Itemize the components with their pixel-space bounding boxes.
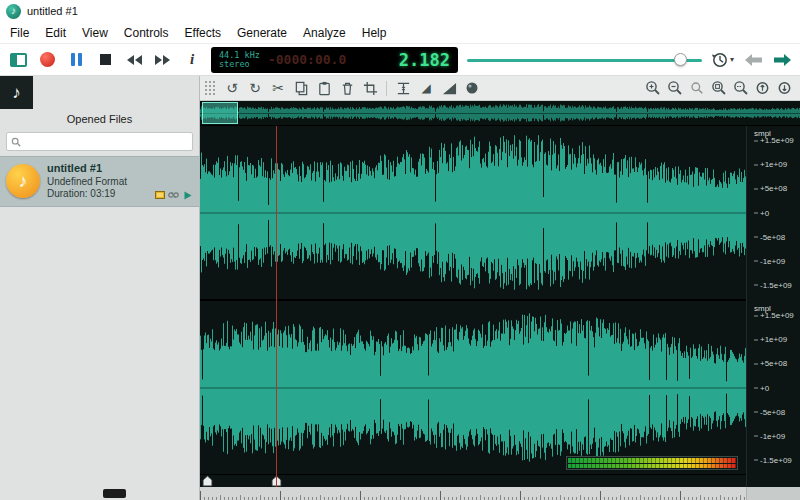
volume-knob[interactable] xyxy=(674,53,687,66)
amplitude-scale[interactable]: smpl+1.5e+09+1e+09+5e+08+0-5e+08-1e+09-1… xyxy=(746,126,800,487)
scale-tick-label: +1e+09 xyxy=(754,160,787,169)
window-title: untitled #1 xyxy=(27,5,78,17)
sidebar-top-row: ♪ xyxy=(0,76,199,109)
history-icon xyxy=(711,51,729,69)
history-control[interactable]: ▾ xyxy=(711,51,734,69)
opened-files-header: Opened Files xyxy=(0,109,199,129)
normalize-button[interactable] xyxy=(439,78,459,98)
zoom-normal-icon xyxy=(689,80,705,96)
volume-track xyxy=(467,59,702,62)
time-ruler[interactable] xyxy=(200,487,746,500)
playback-cursor[interactable] xyxy=(276,126,277,487)
zoom-vertical-in-button[interactable] xyxy=(753,78,773,98)
channel-2-waveform[interactable] xyxy=(200,301,746,474)
trim-icon xyxy=(396,81,411,96)
level-meter-left xyxy=(568,458,736,463)
scale-tick-label: -1e+09 xyxy=(754,431,785,440)
zoom-in-button[interactable] xyxy=(643,78,663,98)
time-ruler-row xyxy=(200,487,800,500)
scale-tick-label: -1.5e+09 xyxy=(754,455,792,464)
nav-forward-button[interactable] xyxy=(772,50,792,70)
scale-tick-label: +5e+08 xyxy=(754,184,787,193)
file-search-box[interactable] xyxy=(6,132,193,151)
trim-button[interactable] xyxy=(393,78,413,98)
normalize-icon xyxy=(442,81,457,96)
level-meter xyxy=(566,456,738,470)
copy-button[interactable] xyxy=(291,78,311,98)
effects-button[interactable] xyxy=(462,78,482,98)
volume-slider[interactable] xyxy=(467,50,702,70)
sidebar-scrollbar-thumb[interactable] xyxy=(103,489,126,498)
record-button[interactable] xyxy=(37,50,57,70)
sidebar-panel-icon xyxy=(10,53,27,67)
menu-effects[interactable]: Effects xyxy=(177,23,229,43)
menu-view[interactable]: View xyxy=(74,23,116,43)
scissors-icon: ✂ xyxy=(272,81,284,95)
menu-file[interactable]: File xyxy=(2,23,37,43)
waveform-panel: ↺ ↻ ✂ ◢ xyxy=(200,76,800,500)
scale-tick-label: -1.5e+09 xyxy=(754,280,792,289)
rewind-icon xyxy=(126,54,142,66)
zoom-out-icon xyxy=(667,80,683,96)
waveform-channels xyxy=(200,126,746,474)
scale-tick-label: +1.5e+09 xyxy=(754,311,794,320)
info-icon: i xyxy=(190,51,194,68)
fade-button[interactable]: ◢ xyxy=(416,78,436,98)
fast-forward-button[interactable] xyxy=(153,50,173,70)
menu-help[interactable]: Help xyxy=(354,23,395,43)
menu-analyze[interactable]: Analyze xyxy=(295,23,354,43)
file-list-empty-area xyxy=(0,207,199,500)
fade-icon: ◢ xyxy=(421,82,430,94)
rewind-button[interactable] xyxy=(124,50,144,70)
opened-files-panel: ♪ Opened Files ♪ untitled #1 Undefined F… xyxy=(0,76,200,500)
overview-strip[interactable] xyxy=(200,101,800,126)
arrow-right-icon xyxy=(774,54,791,66)
pause-button[interactable] xyxy=(66,50,86,70)
files-panel-icon[interactable]: ♪ xyxy=(0,76,33,109)
stop-button[interactable] xyxy=(95,50,115,70)
zoom-selection-icon xyxy=(733,80,749,96)
cut-button[interactable]: ✂ xyxy=(268,78,288,98)
stop-icon xyxy=(100,54,111,65)
zoom-vertical-in-icon xyxy=(755,80,771,96)
lcd-time-dim: -0000:00.0 xyxy=(268,52,346,67)
lcd-time-value: 2.182 xyxy=(399,50,450,70)
toggle-sidebar-button[interactable] xyxy=(8,50,28,70)
zoom-all-button[interactable] xyxy=(709,78,729,98)
redo-button[interactable]: ↻ xyxy=(245,78,265,98)
edit-toolbar: ↺ ↻ ✂ ◢ xyxy=(200,76,800,101)
toolbar-separator xyxy=(386,81,387,96)
undo-icon: ↺ xyxy=(226,81,238,95)
menu-generate[interactable]: Generate xyxy=(229,23,295,43)
scale-tick-label: -1e+09 xyxy=(754,256,785,265)
paste-icon xyxy=(317,81,332,96)
overview-view-region[interactable] xyxy=(202,102,238,124)
zoom-normal-button[interactable] xyxy=(687,78,707,98)
lcd-channel-mode: stereo xyxy=(219,60,260,69)
undo-button[interactable]: ↺ xyxy=(222,78,242,98)
crop-button[interactable] xyxy=(360,78,380,98)
nav-back-button[interactable] xyxy=(743,50,763,70)
start-marker[interactable] xyxy=(202,475,213,487)
title-bar: ♪ untitled #1 xyxy=(0,0,800,22)
overview-waveform[interactable] xyxy=(200,101,800,125)
toolbar-grip-handle[interactable] xyxy=(205,81,215,95)
marker-strip[interactable] xyxy=(200,474,746,487)
channel-1-waveform[interactable] xyxy=(200,126,746,299)
menu-edit[interactable]: Edit xyxy=(37,23,74,43)
fast-forward-icon xyxy=(155,54,171,66)
ruler-corner xyxy=(746,487,800,500)
paste-button[interactable] xyxy=(314,78,334,98)
info-button[interactable]: i xyxy=(182,50,202,70)
file-list-item-selected[interactable]: ♪ untitled #1 Undefined Format Duration:… xyxy=(0,156,199,207)
scale-tick-label: +1.5e+09 xyxy=(754,136,794,145)
zoom-vertical-out-button[interactable] xyxy=(775,78,795,98)
memory-icon xyxy=(154,190,165,201)
search-icon xyxy=(11,137,21,147)
lcd-format: 44.1 kHz stereo xyxy=(219,51,260,69)
zoom-out-button[interactable] xyxy=(665,78,685,98)
menu-controls[interactable]: Controls xyxy=(116,23,177,43)
delete-button[interactable] xyxy=(337,78,357,98)
file-search-input[interactable] xyxy=(25,136,188,147)
zoom-selection-button[interactable] xyxy=(731,78,751,98)
